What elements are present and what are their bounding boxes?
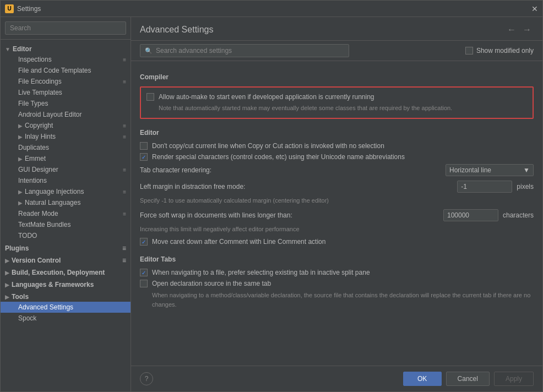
sidebar-item-copyright[interactable]: ▶ Copyright ≡ (1, 120, 131, 131)
tools-label: Tools (12, 293, 29, 301)
sidebar-item-file-types[interactable]: File Types (1, 98, 131, 109)
sidebar-section-languages[interactable]: ▶ Languages & Frameworks (1, 277, 131, 290)
file-encodings-badge: ≡ (123, 79, 126, 85)
sidebar-section-plugins[interactable]: Plugins ≡ (1, 241, 131, 253)
spock-label: Spock (18, 314, 36, 322)
back-button[interactable]: ← (505, 24, 518, 36)
soft-wrap-input[interactable] (443, 209, 498, 221)
left-margin-description: Specify -1 to use automatically calculat… (140, 197, 534, 204)
sidebar-item-file-encodings[interactable]: File Encodings ≡ (1, 76, 131, 87)
bottom-bar: ? OK Cancel Apply (131, 366, 542, 391)
sidebar-item-gui-designer[interactable]: GUI Designer ≡ (1, 164, 131, 175)
cancel-button[interactable]: Cancel (446, 372, 490, 386)
natural-languages-label: Natural Languages (25, 199, 80, 206)
prefer-existing-tab-row: When navigating to a file, prefer select… (140, 269, 534, 276)
sidebar-item-language-injections[interactable]: ▶ Language Injections ≡ (1, 186, 131, 197)
language-injections-badge: ≡ (123, 189, 126, 195)
ok-button[interactable]: OK (403, 372, 442, 386)
sidebar-item-emmet[interactable]: ▶ Emmet (1, 153, 131, 164)
close-button[interactable]: ✕ (531, 5, 538, 13)
sidebar-item-android-layout-editor[interactable]: Android Layout Editor (1, 109, 131, 120)
left-margin-unit: pixels (517, 183, 534, 190)
sidebar-item-inspections[interactable]: Inspections ≡ (1, 54, 131, 65)
sidebar-item-file-code-templates[interactable]: File and Code Templates (1, 65, 131, 76)
plugins-label: Plugins (5, 244, 29, 252)
apply-button[interactable]: Apply (494, 372, 534, 386)
sidebar-item-advanced-settings[interactable]: Advanced Settings (1, 302, 131, 313)
move-caret-checkbox[interactable] (140, 238, 148, 246)
sidebar-item-natural-languages[interactable]: ▶ Natural Languages (1, 197, 131, 208)
copy-cut-checkbox[interactable] (140, 142, 148, 150)
search-icon: 🔍 (145, 47, 153, 55)
app-icon: U (5, 4, 14, 13)
prefer-existing-tab-checkbox[interactable] (140, 269, 148, 276)
tab-rendering-label: Tab character rendering: (140, 166, 441, 174)
inlay-hints-label: Inlay Hints (25, 133, 56, 140)
build-label: Build, Execution, Deployment (12, 269, 105, 276)
sidebar-item-textmate-bundles[interactable]: TextMate Bundles (1, 219, 131, 230)
open-declaration-description: When navigating to a method/class/variab… (140, 291, 534, 309)
inlay-hints-badge: ≡ (123, 134, 126, 140)
advanced-settings-label: Advanced Settings (18, 303, 73, 311)
gui-designer-badge: ≡ (123, 167, 126, 173)
left-margin-input[interactable] (457, 181, 512, 193)
sidebar-item-live-templates[interactable]: Live Templates (1, 87, 131, 98)
forward-button[interactable]: → (520, 24, 534, 36)
copy-cut-row: Don't copy/cut current line when Copy or… (140, 142, 534, 150)
move-caret-row: Move caret down after Comment with Line … (140, 238, 534, 246)
tab-rendering-row: Tab character rendering: Horizontal line… (140, 164, 534, 176)
compiler-section: Compiler Allow auto-make to start even i… (140, 73, 534, 119)
gui-designer-label: GUI Designer (18, 166, 58, 173)
sidebar-item-intentions[interactable]: Intentions (1, 175, 131, 186)
sidebar-section-version-control[interactable]: ▶ Version Control ≡ (1, 253, 131, 265)
auto-make-description: Note that automatically started make may… (146, 104, 527, 112)
window-title: Settings (17, 5, 41, 13)
render-special-checkbox[interactable] (140, 153, 148, 161)
sidebar-search-input[interactable] (5, 21, 126, 35)
left-margin-label: Left margin in distraction free mode: (140, 183, 453, 190)
inspections-badge: ≡ (123, 57, 126, 63)
toolbar: 🔍 Show modified only (131, 41, 542, 61)
editor-tabs-heading: Editor Tabs (140, 255, 534, 263)
live-templates-label: Live Templates (18, 89, 62, 96)
compiler-heading: Compiler (140, 73, 534, 81)
soft-wrap-description: Increasing this limit will negatively af… (140, 226, 534, 232)
sidebar-item-inlay-hints[interactable]: ▶ Inlay Hints ≡ (1, 131, 131, 142)
copyright-badge: ≡ (123, 123, 126, 129)
show-modified-checkbox[interactable] (465, 47, 473, 55)
file-code-templates-label: File and Code Templates (18, 67, 91, 74)
open-declaration-checkbox[interactable] (140, 280, 148, 287)
tab-rendering-value: Horizontal line (449, 166, 491, 174)
show-modified-label: Show modified only (476, 47, 534, 55)
expand-arrow-editor: ▼ (5, 46, 10, 52)
auto-make-checkbox[interactable] (146, 93, 154, 101)
soft-wrap-row: Force soft wrap in documents with lines … (140, 209, 534, 221)
sidebar: ▼ Editor Inspections ≡ File and Code Tem… (1, 17, 131, 391)
tab-rendering-dropdown[interactable]: Horizontal line ▼ (446, 164, 534, 176)
open-declaration-label: Open declaration source in the same tab (152, 280, 271, 287)
sidebar-item-duplicates[interactable]: Duplicates (1, 142, 131, 153)
settings-window: U Settings ✕ ▼ Editor Inspections ≡ (0, 0, 543, 392)
expand-arrow-inlay: ▶ (18, 134, 23, 140)
sidebar-section-build[interactable]: ▶ Build, Execution, Deployment (1, 265, 131, 277)
auto-make-row: Allow auto-make to start even if develop… (146, 93, 527, 101)
render-special-row: Render special characters (control codes… (140, 153, 534, 161)
sidebar-section-editor[interactable]: ▼ Editor (1, 42, 131, 54)
move-caret-label: Move caret down after Comment with Line … (152, 238, 325, 246)
sidebar-section-tools[interactable]: ▶ Tools (1, 290, 131, 302)
main-panel: Advanced Settings ← → 🔍 Show modified on… (131, 17, 542, 391)
sidebar-item-reader-mode[interactable]: Reader Mode ≡ (1, 208, 131, 219)
sidebar-search-container (1, 17, 131, 40)
search-input[interactable] (156, 47, 344, 55)
bottom-left: ? (140, 372, 399, 386)
sidebar-item-spock[interactable]: Spock (1, 313, 131, 324)
sidebar-item-todo[interactable]: TODO (1, 230, 131, 241)
help-button[interactable]: ? (140, 372, 153, 385)
android-layout-editor-label: Android Layout Editor (18, 111, 82, 118)
settings-content: Compiler Allow auto-make to start even i… (131, 61, 542, 366)
left-margin-row: Left margin in distraction free mode: pi… (140, 181, 534, 193)
version-control-label: Version Control (12, 257, 61, 264)
inspections-label: Inspections (18, 56, 52, 63)
reader-mode-badge: ≡ (123, 211, 126, 217)
expand-arrow-copyright: ▶ (18, 123, 23, 129)
